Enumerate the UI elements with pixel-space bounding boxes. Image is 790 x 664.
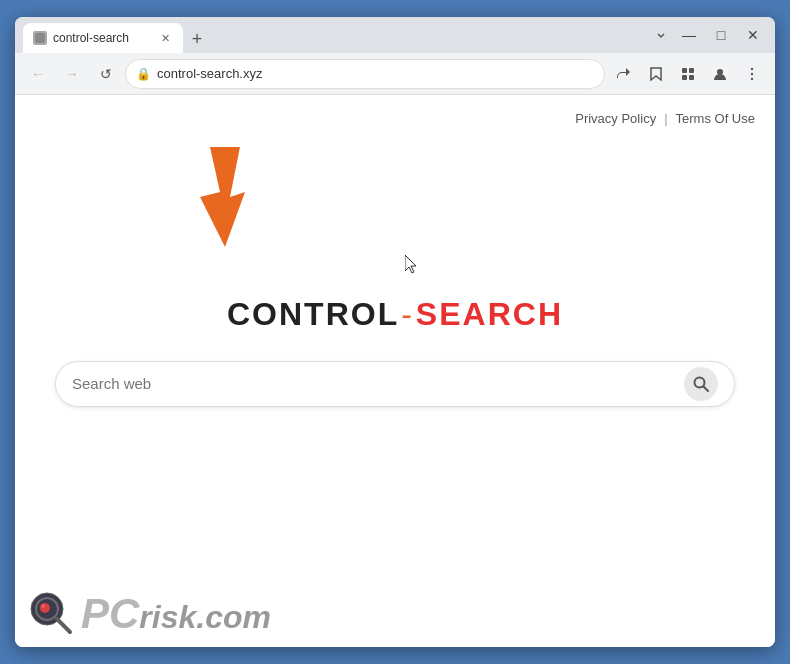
svg-point-18 bbox=[41, 604, 45, 608]
window-controls: — □ ✕ bbox=[651, 21, 767, 49]
main-content: CONTROL - SEARCH bbox=[15, 95, 775, 647]
nav-bar: ← → ↺ 🔒 control-search.xyz bbox=[15, 53, 775, 95]
logo-search-text: SEARCH bbox=[416, 296, 563, 333]
search-bar[interactable] bbox=[55, 361, 735, 407]
svg-marker-11 bbox=[200, 147, 245, 247]
svg-rect-2 bbox=[682, 68, 687, 73]
active-tab[interactable]: control-search ✕ bbox=[23, 23, 183, 53]
page-content: Privacy Policy | Terms Of Use CONTROL - … bbox=[15, 95, 775, 647]
pcrisk-icon bbox=[27, 589, 77, 639]
annotation-arrow bbox=[165, 137, 295, 261]
reload-button[interactable]: ↺ bbox=[91, 59, 121, 89]
search-input[interactable] bbox=[72, 375, 684, 392]
svg-rect-5 bbox=[689, 75, 694, 80]
url-text: control-search.xyz bbox=[157, 66, 594, 81]
profile-button[interactable] bbox=[705, 59, 735, 89]
search-button[interactable] bbox=[684, 367, 718, 401]
title-bar: control-search ✕ + — □ ✕ bbox=[15, 17, 775, 53]
terms-of-use-link[interactable]: Terms Of Use bbox=[676, 111, 755, 126]
svg-rect-3 bbox=[689, 68, 694, 73]
logo-dash-text: - bbox=[401, 296, 414, 333]
svg-point-7 bbox=[751, 67, 753, 69]
link-divider: | bbox=[664, 111, 667, 126]
back-button[interactable]: ← bbox=[23, 59, 53, 89]
tab-close-button[interactable]: ✕ bbox=[157, 30, 173, 46]
pcrisk-text: PCrisk.com bbox=[81, 590, 271, 638]
svg-point-8 bbox=[751, 72, 753, 74]
privacy-policy-link[interactable]: Privacy Policy bbox=[575, 111, 656, 126]
svg-line-19 bbox=[57, 619, 70, 632]
tab-favicon bbox=[33, 31, 47, 45]
extensions-button[interactable] bbox=[673, 59, 703, 89]
top-links: Privacy Policy | Terms Of Use bbox=[575, 111, 755, 126]
logo-control-text: CONTROL bbox=[227, 296, 399, 333]
address-bar[interactable]: 🔒 control-search.xyz bbox=[125, 59, 605, 89]
minimize-button[interactable]: — bbox=[675, 21, 703, 49]
forward-button[interactable]: → bbox=[57, 59, 87, 89]
nav-actions bbox=[609, 59, 767, 89]
svg-marker-1 bbox=[651, 68, 661, 80]
svg-point-17 bbox=[40, 603, 50, 613]
tab-title: control-search bbox=[53, 31, 129, 45]
tab-area: control-search ✕ + bbox=[23, 17, 645, 53]
share-button[interactable] bbox=[609, 59, 639, 89]
close-button[interactable]: ✕ bbox=[739, 21, 767, 49]
menu-button[interactable] bbox=[737, 59, 767, 89]
site-logo: CONTROL - SEARCH bbox=[227, 296, 563, 333]
search-icon bbox=[692, 375, 710, 393]
browser-window: control-search ✕ + — □ ✕ ← → bbox=[15, 17, 775, 647]
new-tab-button[interactable]: + bbox=[183, 25, 211, 53]
svg-point-9 bbox=[751, 77, 753, 79]
svg-rect-4 bbox=[682, 75, 687, 80]
svg-rect-0 bbox=[35, 33, 45, 43]
lock-icon: 🔒 bbox=[136, 67, 151, 81]
watermark: PCrisk.com bbox=[15, 581, 283, 647]
svg-line-14 bbox=[704, 386, 709, 391]
pcrisk-logo: PCrisk.com bbox=[27, 589, 271, 639]
bookmark-button[interactable] bbox=[641, 59, 671, 89]
expand-down-icon bbox=[651, 25, 671, 45]
maximize-button[interactable]: □ bbox=[707, 21, 735, 49]
